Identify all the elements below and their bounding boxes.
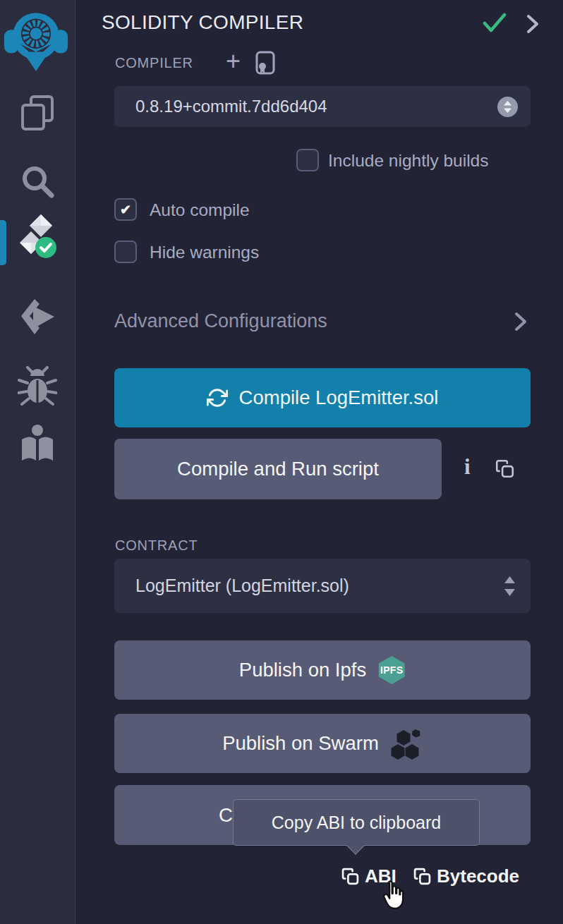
swarm-logo	[390, 727, 423, 760]
compile-button[interactable]: Compile LogEmitter.sol	[114, 368, 531, 427]
contract-select-arrows-icon	[504, 576, 515, 596]
publish-ipfs-label: Publish on Ipfs	[239, 659, 366, 681]
advanced-configurations-label: Advanced Configurations	[114, 310, 327, 332]
info-icon[interactable]: i	[464, 454, 471, 480]
ipfs-logo: IPFS	[377, 656, 406, 684]
nightly-builds-label[interactable]: Include nightly builds	[328, 151, 488, 171]
hand-pointer-cursor	[378, 880, 405, 911]
solidity-compiler-panel: SOLIDITY COMPILER COMPILER + 0.8.19+comm…	[76, 0, 563, 924]
compiler-version-select[interactable]: 0.8.19+commit.7dd6d404	[114, 86, 531, 127]
tooltip-arrow	[346, 837, 364, 854]
deploy-run-icon[interactable]	[18, 296, 57, 336]
contract-select[interactable]: LogEmitter (LogEmitter.sol)	[114, 559, 531, 613]
compile-and-run-button[interactable]: Compile and Run script	[114, 439, 442, 499]
contract-section-label: CONTRACT	[115, 537, 198, 554]
compiler-version-value: 0.8.19+commit.7dd6d404	[135, 97, 327, 116]
hide-warnings-label[interactable]: Hide warnings	[150, 243, 259, 262]
compile-success-check-icon	[483, 13, 507, 34]
learneth-book-icon[interactable]	[19, 424, 56, 463]
advanced-configurations-toggle[interactable]: Advanced Configurations	[114, 310, 531, 332]
publish-ipfs-button[interactable]: Publish on Ipfs IPFS	[114, 640, 531, 700]
compiler-section-label: COMPILER	[115, 55, 193, 71]
hide-warnings-checkbox[interactable]	[114, 241, 137, 263]
bytecode-label: Bytecode	[437, 865, 519, 887]
compile-button-label: Compile LogEmitter.sol	[239, 387, 439, 409]
debugger-icon[interactable]	[18, 366, 57, 407]
solidity-compiler-icon[interactable]	[17, 214, 58, 260]
compile-and-run-label: Compile and Run script	[177, 458, 379, 480]
auto-compile-label[interactable]: Auto compile	[150, 200, 250, 220]
active-plugin-indicator	[0, 220, 6, 265]
contract-select-value: LogEmitter (LogEmitter.sol)	[135, 576, 349, 596]
refresh-icon	[207, 387, 228, 408]
panel-collapse-chevron-icon[interactable]	[525, 13, 540, 35]
select-arrows-icon	[497, 97, 518, 117]
compilation-details-visible-text: C	[219, 804, 233, 827]
copy-icon	[341, 867, 359, 886]
copy-abi-tooltip: Copy ABI to clipboard	[233, 799, 480, 846]
page-title: SOLIDITY COMPILER	[102, 11, 303, 34]
copy-icon	[413, 867, 431, 886]
copy-script-icon[interactable]	[495, 458, 514, 479]
icon-sidebar	[0, 0, 75, 924]
publish-swarm-label: Publish on Swarm	[222, 732, 379, 755]
file-explorer-icon[interactable]	[18, 93, 56, 133]
auto-compile-checkbox[interactable]	[114, 198, 137, 221]
add-compiler-icon[interactable]: +	[226, 47, 241, 76]
remix-logo[interactable]	[4, 3, 68, 76]
search-icon[interactable]	[19, 163, 56, 200]
tooltip-text: Copy ABI to clipboard	[272, 813, 441, 833]
advanced-chevron-icon	[514, 312, 528, 332]
copy-bytecode-button[interactable]: Bytecode	[413, 865, 519, 887]
publish-swarm-button[interactable]: Publish on Swarm	[114, 714, 531, 773]
nightly-builds-checkbox[interactable]	[296, 149, 319, 171]
license-file-icon[interactable]	[255, 51, 275, 75]
